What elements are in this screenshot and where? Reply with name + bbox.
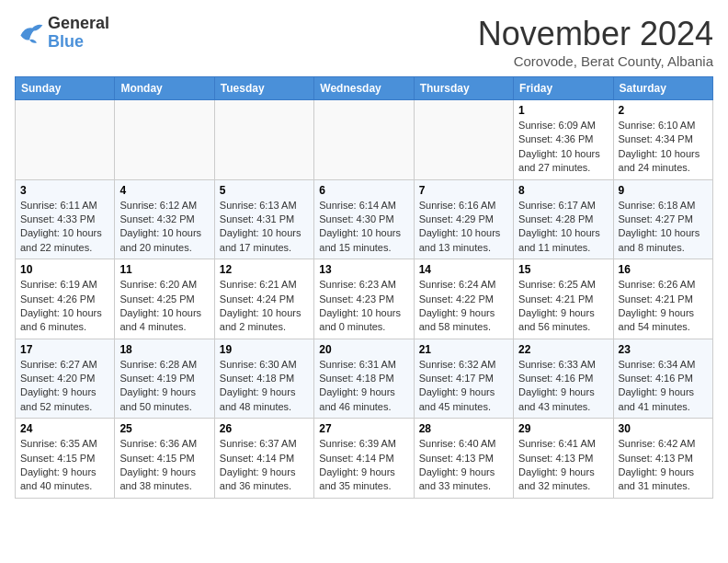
day-number: 25 xyxy=(119,422,209,435)
logo: General Blue xyxy=(15,15,109,52)
day-info: Sunrise: 6:35 AMSunset: 4:15 PMDaylight:… xyxy=(20,437,109,494)
calendar-cell: 17Sunrise: 6:27 AMSunset: 4:20 PMDayligh… xyxy=(16,339,115,419)
calendar-table: SundayMondayTuesdayWednesdayThursdayFrid… xyxy=(15,76,713,499)
calendar-cell: 10Sunrise: 6:19 AMSunset: 4:26 PMDayligh… xyxy=(16,259,115,339)
day-info: Sunrise: 6:26 AMSunset: 4:21 PMDaylight:… xyxy=(619,278,708,335)
day-number: 9 xyxy=(619,184,708,197)
day-number: 2 xyxy=(619,104,708,117)
day-number: 26 xyxy=(220,422,309,435)
calendar-cell: 24Sunrise: 6:35 AMSunset: 4:15 PMDayligh… xyxy=(16,419,115,499)
day-number: 14 xyxy=(419,263,508,276)
calendar-cell xyxy=(16,100,115,180)
day-info: Sunrise: 6:33 AMSunset: 4:16 PMDaylight:… xyxy=(518,358,608,415)
day-info: Sunrise: 6:30 AMSunset: 4:18 PMDaylight:… xyxy=(220,358,309,415)
day-number: 17 xyxy=(20,343,109,356)
day-number: 27 xyxy=(319,422,408,435)
calendar-week-4: 17Sunrise: 6:27 AMSunset: 4:20 PMDayligh… xyxy=(16,339,713,419)
weekday-header-tuesday: Tuesday xyxy=(214,77,313,100)
day-info: Sunrise: 6:40 AMSunset: 4:13 PMDaylight:… xyxy=(419,437,508,494)
day-info: Sunrise: 6:13 AMSunset: 4:31 PMDaylight:… xyxy=(220,199,309,256)
calendar-cell: 21Sunrise: 6:32 AMSunset: 4:17 PMDayligh… xyxy=(414,339,513,419)
calendar-cell: 19Sunrise: 6:30 AMSunset: 4:18 PMDayligh… xyxy=(214,339,313,419)
day-info: Sunrise: 6:41 AMSunset: 4:13 PMDaylight:… xyxy=(518,437,608,494)
day-info: Sunrise: 6:24 AMSunset: 4:22 PMDaylight:… xyxy=(419,278,508,335)
calendar-week-3: 10Sunrise: 6:19 AMSunset: 4:26 PMDayligh… xyxy=(16,259,713,339)
day-number: 1 xyxy=(518,104,608,117)
day-info: Sunrise: 6:32 AMSunset: 4:17 PMDaylight:… xyxy=(419,358,508,415)
calendar-cell: 2Sunrise: 6:10 AMSunset: 4:34 PMDaylight… xyxy=(613,100,712,180)
calendar-cell: 18Sunrise: 6:28 AMSunset: 4:19 PMDayligh… xyxy=(115,339,214,419)
weekday-header-saturday: Saturday xyxy=(613,77,712,100)
weekday-header-sunday: Sunday xyxy=(16,77,115,100)
weekday-header-wednesday: Wednesday xyxy=(314,77,414,100)
day-info: Sunrise: 6:25 AMSunset: 4:21 PMDaylight:… xyxy=(518,278,608,335)
day-info: Sunrise: 6:39 AMSunset: 4:14 PMDaylight:… xyxy=(319,437,408,494)
day-info: Sunrise: 6:18 AMSunset: 4:27 PMDaylight:… xyxy=(619,199,708,256)
day-info: Sunrise: 6:21 AMSunset: 4:24 PMDaylight:… xyxy=(220,278,309,335)
month-title: November 2024 xyxy=(478,15,713,53)
day-number: 5 xyxy=(220,184,309,197)
day-info: Sunrise: 6:12 AMSunset: 4:32 PMDaylight:… xyxy=(119,199,209,256)
calendar-cell xyxy=(314,100,414,180)
page-header: General Blue November 2024 Corovode, Ber… xyxy=(15,15,713,69)
calendar-cell: 4Sunrise: 6:12 AMSunset: 4:32 PMDaylight… xyxy=(115,179,214,259)
calendar-cell: 12Sunrise: 6:21 AMSunset: 4:24 PMDayligh… xyxy=(214,259,313,339)
day-number: 6 xyxy=(319,184,408,197)
day-number: 16 xyxy=(619,263,708,276)
calendar-week-2: 3Sunrise: 6:11 AMSunset: 4:33 PMDaylight… xyxy=(16,179,713,259)
day-info: Sunrise: 6:42 AMSunset: 4:13 PMDaylight:… xyxy=(619,437,708,494)
calendar-cell: 26Sunrise: 6:37 AMSunset: 4:14 PMDayligh… xyxy=(214,419,313,499)
calendar-cell: 15Sunrise: 6:25 AMSunset: 4:21 PMDayligh… xyxy=(514,259,613,339)
calendar-cell: 11Sunrise: 6:20 AMSunset: 4:25 PMDayligh… xyxy=(115,259,214,339)
day-number: 13 xyxy=(319,263,408,276)
day-number: 29 xyxy=(518,422,608,435)
day-info: Sunrise: 6:10 AMSunset: 4:34 PMDaylight:… xyxy=(619,119,708,176)
day-info: Sunrise: 6:16 AMSunset: 4:29 PMDaylight:… xyxy=(419,199,508,256)
calendar-cell xyxy=(414,100,513,180)
day-info: Sunrise: 6:20 AMSunset: 4:25 PMDaylight:… xyxy=(119,278,209,335)
day-info: Sunrise: 6:27 AMSunset: 4:20 PMDaylight:… xyxy=(20,358,109,415)
calendar-cell: 30Sunrise: 6:42 AMSunset: 4:13 PMDayligh… xyxy=(613,419,712,499)
day-info: Sunrise: 6:36 AMSunset: 4:15 PMDaylight:… xyxy=(119,437,209,494)
calendar-cell: 5Sunrise: 6:13 AMSunset: 4:31 PMDaylight… xyxy=(214,179,313,259)
calendar-week-5: 24Sunrise: 6:35 AMSunset: 4:15 PMDayligh… xyxy=(16,419,713,499)
day-number: 23 xyxy=(619,343,708,356)
calendar-cell: 29Sunrise: 6:41 AMSunset: 4:13 PMDayligh… xyxy=(514,419,613,499)
day-info: Sunrise: 6:37 AMSunset: 4:14 PMDaylight:… xyxy=(220,437,309,494)
calendar-cell: 7Sunrise: 6:16 AMSunset: 4:29 PMDaylight… xyxy=(414,179,513,259)
calendar-cell: 1Sunrise: 6:09 AMSunset: 4:36 PMDaylight… xyxy=(514,100,613,180)
calendar-cell xyxy=(214,100,313,180)
day-number: 18 xyxy=(119,343,209,356)
calendar-cell: 16Sunrise: 6:26 AMSunset: 4:21 PMDayligh… xyxy=(613,259,712,339)
day-info: Sunrise: 6:23 AMSunset: 4:23 PMDaylight:… xyxy=(319,278,408,335)
day-info: Sunrise: 6:28 AMSunset: 4:19 PMDaylight:… xyxy=(119,358,209,415)
logo-text: General Blue xyxy=(48,15,109,52)
calendar-cell xyxy=(115,100,214,180)
calendar-cell: 3Sunrise: 6:11 AMSunset: 4:33 PMDaylight… xyxy=(16,179,115,259)
weekday-header-monday: Monday xyxy=(115,77,214,100)
calendar-cell: 6Sunrise: 6:14 AMSunset: 4:30 PMDaylight… xyxy=(314,179,414,259)
day-number: 4 xyxy=(119,184,209,197)
day-number: 8 xyxy=(518,184,608,197)
calendar-cell: 20Sunrise: 6:31 AMSunset: 4:18 PMDayligh… xyxy=(314,339,414,419)
logo-icon xyxy=(15,20,44,46)
day-number: 11 xyxy=(119,263,209,276)
day-info: Sunrise: 6:11 AMSunset: 4:33 PMDaylight:… xyxy=(20,199,109,256)
calendar-cell: 13Sunrise: 6:23 AMSunset: 4:23 PMDayligh… xyxy=(314,259,414,339)
day-number: 22 xyxy=(518,343,608,356)
day-number: 19 xyxy=(220,343,309,356)
calendar-cell: 8Sunrise: 6:17 AMSunset: 4:28 PMDaylight… xyxy=(514,179,613,259)
calendar-cell: 14Sunrise: 6:24 AMSunset: 4:22 PMDayligh… xyxy=(414,259,513,339)
calendar-cell: 9Sunrise: 6:18 AMSunset: 4:27 PMDaylight… xyxy=(613,179,712,259)
day-info: Sunrise: 6:14 AMSunset: 4:30 PMDaylight:… xyxy=(319,199,408,256)
day-number: 15 xyxy=(518,263,608,276)
day-info: Sunrise: 6:09 AMSunset: 4:36 PMDaylight:… xyxy=(518,119,608,176)
calendar-cell: 23Sunrise: 6:34 AMSunset: 4:16 PMDayligh… xyxy=(613,339,712,419)
day-number: 3 xyxy=(20,184,109,197)
calendar-cell: 25Sunrise: 6:36 AMSunset: 4:15 PMDayligh… xyxy=(115,419,214,499)
calendar-cell: 22Sunrise: 6:33 AMSunset: 4:16 PMDayligh… xyxy=(514,339,613,419)
weekday-header-thursday: Thursday xyxy=(414,77,513,100)
day-number: 28 xyxy=(419,422,508,435)
calendar-cell: 28Sunrise: 6:40 AMSunset: 4:13 PMDayligh… xyxy=(414,419,513,499)
day-number: 21 xyxy=(419,343,508,356)
